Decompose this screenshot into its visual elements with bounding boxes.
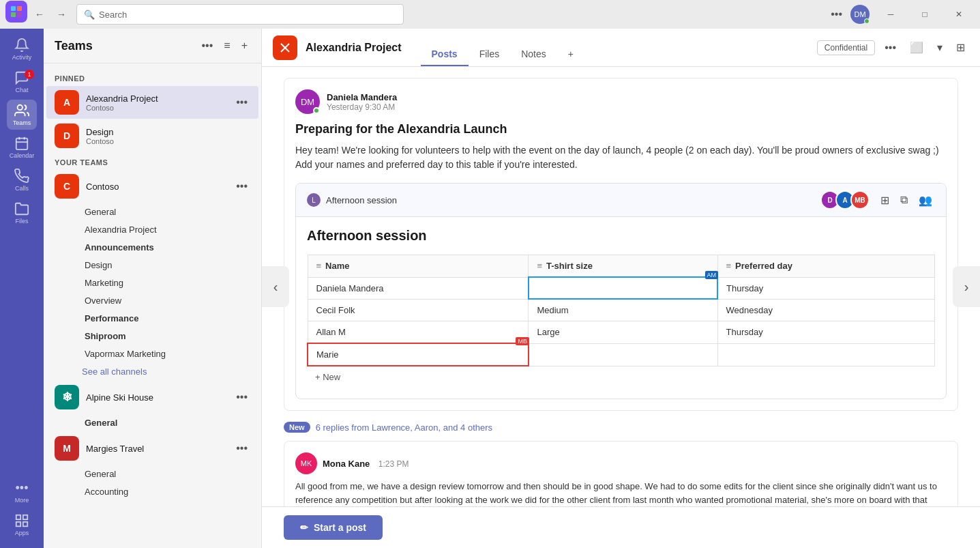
team-more-margies[interactable]: ••• xyxy=(233,439,250,457)
rail-teams[interactable]: Teams xyxy=(7,100,37,130)
minimize-button[interactable]: ─ xyxy=(875,4,906,25)
rail-activity[interactable]: Activity xyxy=(7,34,37,64)
cell-name-2[interactable]: Cecil Folk xyxy=(308,299,529,321)
sidebar: Teams ••• ≡ + Pinned A Alexandria Projec… xyxy=(44,29,262,548)
cell-name-4[interactable]: Marie MB xyxy=(308,343,529,366)
user-avatar[interactable]: DM xyxy=(850,5,870,24)
tab-add[interactable]: + xyxy=(557,43,584,66)
cell-day-4[interactable] xyxy=(717,343,934,366)
channel-overview[interactable]: Overview xyxy=(46,292,258,309)
rail-apps[interactable]: Apps xyxy=(7,510,37,540)
rail-calls[interactable]: Calls xyxy=(7,165,37,195)
team-name-alpine: Alpine Ski House xyxy=(86,392,226,403)
team-info-contoso: Contoso xyxy=(86,182,226,192)
post-card-main: DM Daniela Mandera Yesterday 9:30 AM Pre… xyxy=(284,78,958,411)
rail-calendar[interactable]: Calendar xyxy=(7,132,37,162)
svg-point-4 xyxy=(18,105,23,110)
loop-people-button[interactable]: 👥 xyxy=(916,191,935,210)
loop-grid-button[interactable]: ⊞ xyxy=(878,191,892,210)
cell-name-3[interactable]: Allan M xyxy=(308,321,529,344)
channel-alpine-general[interactable]: General xyxy=(46,414,258,431)
loop-actions: ⊞ ⧉ 👥 xyxy=(878,191,935,210)
channel-design[interactable]: Design xyxy=(46,257,258,274)
channel-general[interactable]: General xyxy=(46,203,258,220)
maximize-button[interactable]: □ xyxy=(909,4,940,25)
nav-arrow-right[interactable]: › xyxy=(953,266,980,307)
tab-notes[interactable]: Notes xyxy=(510,43,557,66)
second-post-header: MK Mona Kane 1:23 PM xyxy=(295,452,947,474)
col-header-day: ≡ Preferred day xyxy=(717,255,934,278)
sidebar-filter-button[interactable]: ≡ xyxy=(221,37,233,55)
tab-posts[interactable]: Posts xyxy=(421,43,469,66)
back-button[interactable]: ← xyxy=(30,5,49,24)
forward-button[interactable]: → xyxy=(52,5,71,24)
channel-shiproom[interactable]: Shiproom xyxy=(46,328,258,345)
cell-tshirt-4[interactable] xyxy=(529,343,717,366)
see-all-channels[interactable]: See all channels xyxy=(44,363,261,380)
header-video-button[interactable]: ⬜ xyxy=(906,37,927,58)
loop-embed: L Afternoon session D A MB ⊞ ⧉ xyxy=(295,183,947,399)
start-post-button[interactable]: ✏ Start a post xyxy=(284,515,383,540)
nav-arrow-left[interactable]: ‹ xyxy=(262,266,289,307)
col-icon-day: ≡ xyxy=(726,261,732,271)
team-item-design-pinned[interactable]: D Design Contoso xyxy=(46,119,258,152)
channel-marketing[interactable]: Marketing xyxy=(46,274,258,291)
sidebar-more-button[interactable]: ••• xyxy=(199,37,216,55)
pinned-label: Pinned xyxy=(44,69,261,85)
post-header: DM Daniela Mandera Yesterday 9:30 AM xyxy=(295,89,947,114)
rail-files[interactable]: Files xyxy=(7,198,37,228)
team-subtitle-alexandria: Contoso xyxy=(86,104,226,112)
loop-avatar-3: MB xyxy=(850,190,870,210)
team-item-alpine[interactable]: ❄ Alpine Ski House ••• xyxy=(46,381,258,414)
add-row-label: + New xyxy=(315,372,340,382)
sidebar-add-button[interactable]: + xyxy=(239,37,250,55)
left-rail: Activity 1 Chat Teams C xyxy=(0,29,44,548)
header-expand-button[interactable]: ▾ xyxy=(933,37,947,58)
channel-name: Alexandria Project xyxy=(306,42,402,54)
rail-more[interactable]: ••• More xyxy=(7,477,37,507)
channel-vapormax[interactable]: Vapormax Marketing xyxy=(46,345,258,362)
cell-tshirt-2[interactable]: Medium xyxy=(529,299,717,321)
channel-alexandria-project[interactable]: Alexandria Project xyxy=(46,221,258,238)
tab-files[interactable]: Files xyxy=(469,43,511,66)
cell-tshirt-3[interactable]: Large xyxy=(529,321,717,344)
nav-buttons: ← → xyxy=(5,1,71,28)
team-more-alexandria[interactable]: ••• xyxy=(233,93,250,111)
col-header-name: ≡ Name xyxy=(308,255,529,278)
close-button[interactable]: ✕ xyxy=(943,4,975,25)
title-bar: ← → 🔍 Search ••• DM ─ □ ✕ xyxy=(0,0,980,29)
cell-name-1[interactable]: Daniela Mandera xyxy=(308,277,529,299)
header-layout-button[interactable]: ⊞ xyxy=(952,37,969,58)
main-content: Alexandria Project Posts Files Notes + C… xyxy=(262,29,980,548)
cell-day-3[interactable]: Thursday xyxy=(717,321,934,344)
your-teams-label: Your teams xyxy=(44,153,261,169)
team-more-alpine[interactable]: ••• xyxy=(233,388,250,406)
team-item-margies[interactable]: M Margies Travel ••• xyxy=(46,432,258,465)
search-bar[interactable]: 🔍 Search xyxy=(76,4,404,25)
replies-text[interactable]: 6 replies from Lawrence, Aaron, and 4 ot… xyxy=(316,422,492,433)
rail-chat[interactable]: 1 Chat xyxy=(7,67,37,97)
channel-performance[interactable]: Performance xyxy=(46,310,258,327)
team-avatar-margies: M xyxy=(55,436,79,461)
team-name-contoso: Contoso xyxy=(86,182,226,192)
team-item-alexandria[interactable]: A Alexandria Project Contoso ••• xyxy=(46,86,258,119)
channel-margies-general[interactable]: General xyxy=(46,465,258,482)
title-more-button[interactable]: ••• xyxy=(828,5,845,23)
second-post-author: Mona Kane xyxy=(323,459,370,469)
search-placeholder: Search xyxy=(99,10,127,20)
loop-title: Afternoon session xyxy=(326,195,397,205)
cell-day-2[interactable]: Wednesday xyxy=(717,299,934,321)
cell-tshirt-1[interactable]: AM xyxy=(529,277,717,299)
channel-announcements[interactable]: Announcements xyxy=(46,239,258,256)
svg-rect-5 xyxy=(16,139,28,150)
team-item-contoso[interactable]: C Contoso ••• xyxy=(46,170,258,203)
header-more-button[interactable]: ••• xyxy=(880,38,900,58)
channel-accounting[interactable]: Accounting xyxy=(46,483,258,500)
sidebar-header: Teams ••• ≡ + xyxy=(44,29,261,63)
channel-logo xyxy=(273,35,297,60)
cell-day-1[interactable]: Thursday xyxy=(717,277,934,299)
team-more-contoso[interactable]: ••• xyxy=(233,177,250,195)
add-row-button[interactable]: + New xyxy=(307,366,348,388)
table-row: Allan M Large Thursday xyxy=(308,321,935,344)
loop-copy-button[interactable]: ⧉ xyxy=(897,191,910,210)
